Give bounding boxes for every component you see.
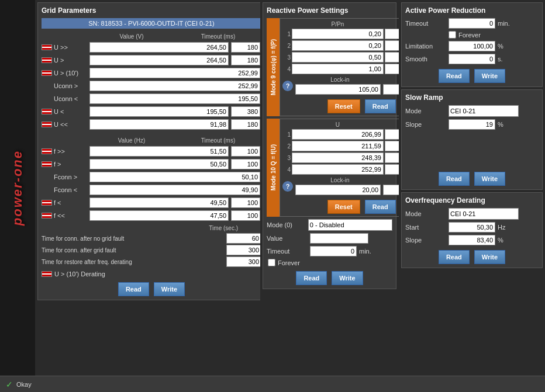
reactive-power-read-button[interactable]: Read bbox=[296, 271, 327, 285]
mode9-cos4[interactable] bbox=[385, 64, 399, 74]
mode9-label: Mode 9 cos(φ) = f(P) bbox=[270, 39, 277, 95]
u-gtgt-value[interactable] bbox=[89, 42, 229, 53]
time-grid-fault-value[interactable] bbox=[226, 245, 260, 255]
mode0-timeout-input[interactable] bbox=[310, 246, 357, 256]
ap-smooth-input[interactable] bbox=[449, 54, 495, 64]
reactive-power-panel: Reactive Power Settings Mode 9 cos(φ) = … bbox=[263, 2, 396, 289]
value-hz-header: Value (Hz) bbox=[88, 137, 175, 144]
mode10-u4[interactable] bbox=[292, 164, 384, 175]
uconn-lt-value[interactable] bbox=[89, 93, 260, 104]
mode10-q4[interactable] bbox=[385, 164, 399, 175]
mode10-q1[interactable] bbox=[385, 129, 399, 140]
mode9-p4[interactable] bbox=[292, 64, 384, 74]
f-lt-timeout[interactable] bbox=[231, 197, 260, 208]
grid-params-read-button[interactable]: Read bbox=[118, 282, 149, 296]
mode0-select[interactable]: 0 - Disabled bbox=[308, 219, 392, 231]
mode10-q3[interactable] bbox=[385, 152, 399, 163]
mode9-read-button[interactable]: Read bbox=[365, 99, 396, 113]
mode10-q2[interactable] bbox=[385, 141, 399, 151]
u-ltlt-value[interactable] bbox=[89, 119, 229, 130]
mode9-p3[interactable] bbox=[292, 52, 384, 63]
mode10-u1[interactable] bbox=[292, 129, 384, 140]
fconn-lt-value[interactable] bbox=[89, 185, 260, 195]
mode9-help-icon[interactable]: ? bbox=[282, 81, 293, 91]
mode0-value-input[interactable] bbox=[310, 233, 368, 244]
mode9-cos1[interactable] bbox=[385, 29, 399, 39]
f-gtgt-label: f >> bbox=[42, 148, 88, 155]
mode10-lockin-value[interactable] bbox=[295, 185, 381, 195]
overfreq-title: Overfrequency Derating bbox=[405, 196, 539, 204]
slow-ramp-read-button[interactable]: Read bbox=[439, 172, 470, 186]
overfreq-read-button[interactable]: Read bbox=[439, 250, 470, 264]
time-section: Time (sec.) Time for conn. after no grid… bbox=[42, 225, 260, 267]
u-gt-value[interactable] bbox=[89, 55, 229, 65]
time-no-grid-value[interactable] bbox=[226, 233, 260, 244]
sr-slope-input[interactable] bbox=[449, 119, 495, 130]
u-lt-label: U < bbox=[42, 108, 88, 115]
active-power-write-button[interactable]: Write bbox=[474, 69, 505, 83]
uconn-gt-value[interactable] bbox=[89, 81, 260, 91]
fconn-gt-label: Fconn > bbox=[42, 174, 88, 181]
slow-ramp-write-button[interactable]: Write bbox=[474, 172, 505, 186]
f-lt-value[interactable] bbox=[89, 197, 229, 208]
mode10-lockout-value[interactable] bbox=[383, 185, 399, 195]
f-gtgt-value[interactable] bbox=[89, 146, 229, 157]
derating-row: U > (10') Derating bbox=[42, 270, 260, 277]
f-gt-timeout[interactable] bbox=[231, 159, 260, 169]
sr-chart-area bbox=[405, 132, 539, 167]
mode9-cos2[interactable] bbox=[385, 40, 399, 51]
u-gt-10-value[interactable] bbox=[89, 68, 260, 78]
mode10-label: Mode 10 Q = f(U) bbox=[270, 144, 277, 190]
fconn-gt-value[interactable] bbox=[89, 172, 260, 182]
mode10-read-button[interactable]: Read bbox=[365, 200, 396, 214]
mode9-p1[interactable] bbox=[292, 29, 384, 39]
mode9-lockout-value[interactable] bbox=[383, 84, 399, 95]
active-power-read-button[interactable]: Read bbox=[439, 69, 470, 83]
mode10-reset-button[interactable]: Reset bbox=[327, 200, 360, 214]
mode9-cos3[interactable] bbox=[385, 52, 399, 63]
u-gt-timeout[interactable] bbox=[231, 55, 260, 65]
overfreq-write-button[interactable]: Write bbox=[474, 250, 505, 264]
flag-icon bbox=[42, 122, 52, 127]
u-gtgt-timeout[interactable] bbox=[231, 42, 260, 53]
ap-limitation-unit: % bbox=[498, 43, 509, 50]
f-gtgt-timeout[interactable] bbox=[231, 146, 260, 157]
mode9-lockin-value[interactable] bbox=[295, 84, 381, 95]
ap-timeout-input[interactable] bbox=[449, 18, 495, 29]
of-start-input[interactable] bbox=[449, 222, 495, 233]
f-ltlt-value[interactable] bbox=[89, 210, 229, 221]
ap-limitation-input[interactable] bbox=[449, 41, 495, 51]
u-lt-timeout[interactable] bbox=[231, 106, 260, 117]
flag-icon bbox=[42, 213, 52, 218]
f-ltlt-timeout[interactable] bbox=[231, 210, 260, 221]
ap-forever-checkbox[interactable] bbox=[449, 31, 456, 39]
mode0-value-label: Value bbox=[267, 235, 308, 242]
f-gt-value[interactable] bbox=[89, 159, 229, 169]
mode10-u2[interactable] bbox=[292, 141, 384, 151]
logo-text: power-one bbox=[10, 150, 25, 226]
u-lt-value[interactable] bbox=[89, 106, 229, 117]
of-slope-input[interactable] bbox=[449, 235, 495, 245]
mode0-mode-row: Mode (0) 0 - Disabled bbox=[267, 219, 392, 231]
mode10-orange-tab: Mode 10 Q = f(U) bbox=[267, 119, 280, 217]
grid-params-write-button[interactable]: Write bbox=[154, 282, 185, 296]
mode9-reset-button[interactable]: Reset bbox=[327, 99, 360, 113]
mode9-p2[interactable] bbox=[292, 40, 384, 51]
reactive-power-write-button[interactable]: Write bbox=[332, 271, 363, 285]
u-ltlt-timeout[interactable] bbox=[231, 119, 260, 130]
f-gtgt-row: f >> bbox=[42, 145, 260, 157]
mode10-help-icon[interactable]: ? bbox=[282, 181, 293, 192]
mode0-forever-checkbox[interactable] bbox=[268, 259, 275, 266]
mode10-u3[interactable] bbox=[292, 152, 384, 163]
reactive-power-btn-row: Read Write bbox=[267, 271, 392, 285]
u-gt-row: U > bbox=[42, 54, 260, 66]
uconn-gt-label: Uconn > bbox=[42, 82, 88, 89]
freq-headers: Value (Hz) Timeout (ms) bbox=[42, 137, 260, 144]
f-gt-row: f > bbox=[42, 158, 260, 170]
derating-label: U > (10') Derating bbox=[54, 270, 105, 277]
sr-mode-select[interactable]: CEI 0-21 bbox=[449, 105, 519, 117]
of-mode-row: Mode CEI 0-21 bbox=[405, 208, 539, 220]
reactive-power-title: Reactive Power Settings bbox=[267, 6, 392, 15]
time-restore-value[interactable] bbox=[226, 256, 260, 267]
of-mode-select[interactable]: CEI 0-21 bbox=[449, 208, 519, 220]
